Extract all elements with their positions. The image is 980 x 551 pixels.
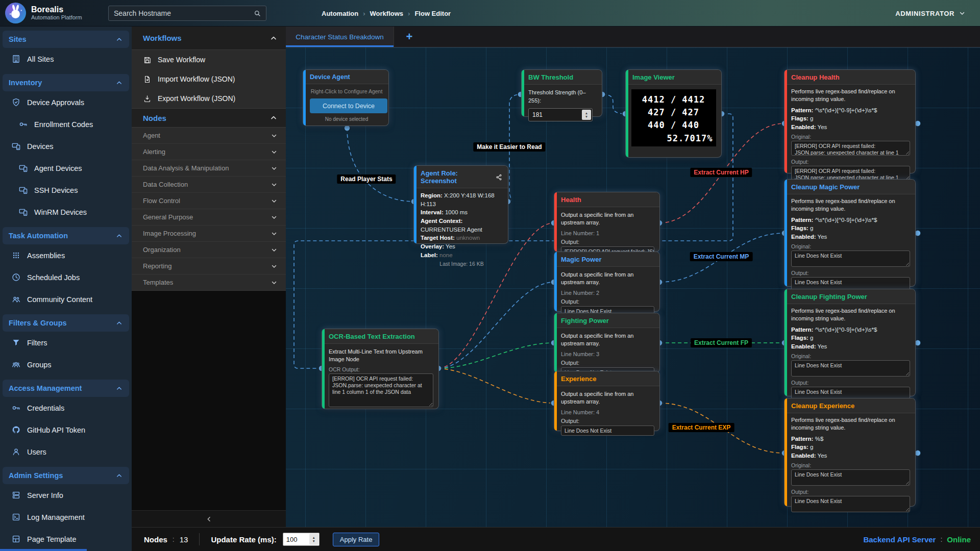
save-workflow-button[interactable]: Save Workflow (132, 50, 286, 69)
sidebar-item-winrm-devices[interactable]: WinRM Devices (0, 201, 132, 223)
nodes-section-header[interactable]: Nodes (132, 108, 286, 128)
node-category-image-processing[interactable]: Image Processing (132, 226, 286, 242)
section-label: Filters & Groups (9, 319, 67, 327)
sidebar-item-page-template[interactable]: Page Template (0, 528, 132, 550)
edge-label-extract-current-mp: Extract Current MP (690, 252, 753, 261)
breadcrumb-workflows[interactable]: Workflows (370, 10, 404, 17)
node-magic-power[interactable]: Magic Power Output a specific line from … (554, 252, 659, 311)
node-agent-role-screenshot[interactable]: Agent Role: Screenshot Region: X:200 Y:4… (414, 166, 508, 243)
port-cleanup-magic-out[interactable] (915, 230, 921, 236)
port-cleanup-experience-out[interactable] (915, 450, 921, 456)
apply-rate-button[interactable]: Apply Rate (333, 533, 380, 546)
import-workflow-json-button[interactable]: Import Workflow (JSON) (132, 69, 286, 89)
node-category-agent[interactable]: Agent (132, 128, 286, 144)
edge-label-extract-current-exp: Extract Current EXP (669, 423, 734, 432)
node-category-organization[interactable]: Organization (132, 242, 286, 258)
tab-character-status-breakdown[interactable]: Character Status Breakdown (286, 27, 394, 47)
add-tab-button[interactable]: + (394, 27, 425, 47)
flow-canvas[interactable]: Device Agent Right-Click to Configure Ag… (286, 47, 980, 527)
sidebar-item-users[interactable]: Users (0, 441, 132, 463)
sidebar-item-filters[interactable]: Filters (0, 332, 132, 354)
sidebar-item-scheduled-jobs[interactable]: Scheduled Jobs (0, 266, 132, 288)
port-cleanup-fighting-out[interactable] (915, 340, 921, 346)
node-cleanup-health[interactable]: Cleanup Health Performs live regex-based… (785, 70, 915, 173)
update-rate-input[interactable]: 100 ▲▼ (283, 533, 320, 546)
sidebar-section-inventory[interactable]: Inventory (3, 74, 129, 91)
sidebar-section-access-management[interactable]: Access Management (3, 380, 129, 397)
sidebar-item-assemblies[interactable]: Assemblies (0, 244, 132, 266)
node-health[interactable]: Health Output a specific line from an up… (554, 192, 659, 252)
section-label: Sites (9, 35, 27, 43)
sidebar-item-enrollment-codes[interactable]: Enrollment Codes (0, 113, 132, 135)
export-workflow-json-button[interactable]: Export Workflow (JSON) (132, 89, 286, 108)
port-cleanup-health-out[interactable] (915, 120, 921, 127)
share-icon[interactable] (495, 173, 503, 181)
number-stepper[interactable]: ▲▼ (582, 110, 591, 120)
sidebar-item-server-info[interactable]: Server Info (0, 484, 132, 506)
user-menu[interactable]: ADMINISTRATOR (895, 0, 966, 27)
sidebar-section-admin-settings[interactable]: Admin Settings (3, 467, 129, 484)
threshold-label: Threshold Strength (0–255): (528, 89, 597, 105)
connect-to-device-button[interactable]: Connect to Device (310, 98, 387, 113)
sidebar-item-devices[interactable]: Devices (0, 135, 132, 157)
node-title: BW Threshold (522, 70, 602, 85)
node-category-alerting[interactable]: Alerting (132, 144, 286, 160)
node-bw-threshold[interactable]: BW Threshold Threshold Strength (0–255):… (522, 70, 602, 116)
node-category-templates[interactable]: Templates (132, 274, 286, 291)
devices-icon (11, 141, 21, 151)
node-category-reporting[interactable]: Reporting (132, 258, 286, 274)
sidebar-item-log-management[interactable]: Log Management (0, 506, 132, 528)
number-stepper[interactable]: ▲▼ (309, 534, 318, 545)
ocr-output-textarea[interactable]: [ERROR] OCR API request failed: JSON.par… (329, 373, 433, 407)
update-rate-label: Update Rate (ms): (211, 535, 276, 544)
sidebar-item-groups[interactable]: Groups (0, 354, 132, 375)
original-textarea[interactable]: Line Does Not Exist (791, 469, 910, 486)
threshold-input[interactable]: 181 ▲▼ (528, 108, 593, 121)
node-cleanup-fighting-power[interactable]: Cleanup Fighting Power Performs live reg… (785, 289, 915, 396)
sidebar-item-all-sites[interactable]: All Sites (0, 48, 132, 70)
collapse-panel-button[interactable] (132, 510, 286, 527)
node-experience[interactable]: Experience Output a specific line from a… (554, 371, 659, 431)
breadcrumb-automation[interactable]: Automation (322, 10, 358, 17)
sidebar-item-label: Credentials (27, 404, 64, 412)
original-textarea[interactable]: [ERROR] OCR API request failed: JSON.par… (791, 141, 910, 156)
sidebar-item-credentials[interactable]: Credentials (0, 397, 132, 419)
log-icon (11, 512, 21, 522)
node-category-data-analysis-manipulation[interactable]: Data Analysis & Manipulation (132, 160, 286, 177)
sidebar-section-sites[interactable]: Sites (3, 31, 129, 48)
node-category-data-collection[interactable]: Data Collection (132, 177, 286, 193)
node-device-agent[interactable]: Device Agent Right-Click to Configure Ag… (303, 70, 388, 126)
sidebar-item-agent-devices[interactable]: Agent Devices (0, 157, 132, 179)
node-category-flow-control[interactable]: Flow Control (132, 193, 286, 209)
output-field[interactable]: Line Does Not Exist (561, 425, 654, 436)
node-ocr-extraction[interactable]: OCR-Based Text Extraction Extract Multi-… (322, 329, 438, 409)
node-category-general-purpose[interactable]: General Purpose (132, 209, 286, 226)
sidebar-item-ssh-devices[interactable]: SSH Devices (0, 179, 132, 201)
output-textarea[interactable]: [ERROR] OCR API request failed: JSON.par… (791, 166, 910, 181)
breadcrumb-flow-editor[interactable]: Flow Editor (414, 10, 451, 17)
sidebar-section-filters-groups[interactable]: Filters & Groups (3, 314, 129, 332)
sidebar-item-github-api-token[interactable]: GitHub API Token (0, 419, 132, 441)
sidebar-item-label: Server Info (27, 491, 63, 499)
original-textarea[interactable]: Line Does Not Exist (791, 251, 910, 267)
workflows-section-header[interactable]: Workflows (132, 27, 286, 50)
output-textarea[interactable]: Line Does Not Exist (791, 496, 910, 512)
sidebar-item-label: Enrollment Codes (34, 120, 93, 129)
line-number-value: 2 (596, 290, 599, 296)
node-fighting-power[interactable]: Fighting Power Output a specific line fr… (554, 313, 659, 372)
category-label: Alerting (143, 148, 165, 156)
category-label: Reporting (143, 262, 172, 270)
node-desc: Output a specific line from an upstream … (561, 271, 654, 286)
search-icon[interactable] (253, 9, 261, 17)
sidebar-item-device-approvals[interactable]: Device Approvals (0, 91, 132, 113)
pattern-label: Pattern: (791, 436, 813, 442)
node-image-viewer[interactable]: Image Viewer 4412 / 4412 427 / 427 440 /… (626, 70, 721, 157)
sidebar-section-task-automation[interactable]: Task Automation (3, 227, 129, 244)
overlay-label: Overlay: (421, 243, 444, 249)
shield-icon (11, 97, 21, 107)
original-textarea[interactable]: Line Does Not Exist (791, 360, 910, 377)
search-input[interactable] (109, 9, 253, 17)
node-cleanup-magic-power[interactable]: Cleanup Magic Power Performs live regex-… (785, 180, 915, 286)
sidebar-item-community-content[interactable]: Community Content (0, 288, 132, 310)
node-cleanup-experience[interactable]: Cleanup Experience Performs live regex-b… (785, 398, 915, 506)
